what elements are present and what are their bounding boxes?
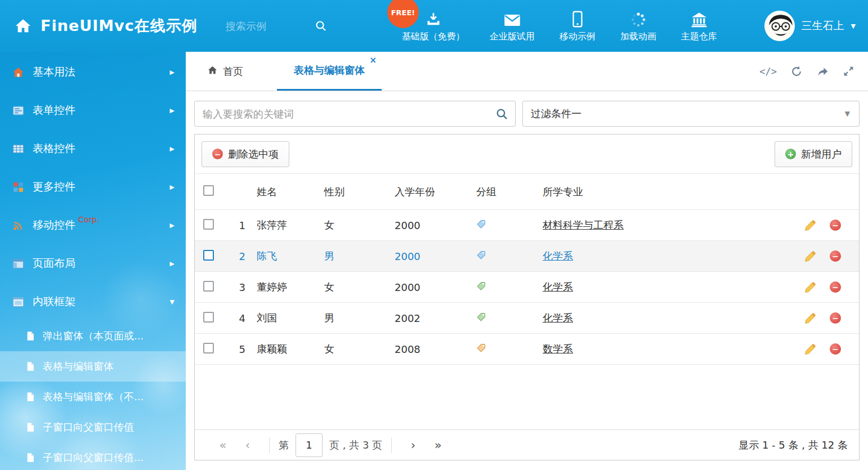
tab-grid-edit-window[interactable]: 表格与编辑窗体 × (277, 52, 382, 91)
cell-year: 2008 (388, 343, 469, 355)
table-row[interactable]: 3 董婷婷 女 2000 化学系 − (195, 272, 859, 303)
delete-icon[interactable]: − (830, 343, 841, 355)
sidebar-subitem-popup-window[interactable]: 弹出窗体（本页面或... (0, 321, 186, 351)
major-link[interactable]: 化学系 (543, 312, 573, 324)
header: FineUIMvc在线示例 FREE! 基础版（免费） 企业版试用 (0, 0, 868, 52)
expand-icon[interactable] (843, 65, 854, 77)
major-link[interactable]: 数学系 (543, 343, 573, 355)
nav-item-enterprise-trial[interactable]: 企业版试用 (490, 10, 535, 43)
sidebar-item-label: 基本用法 (33, 65, 75, 79)
nav-item-loading-animation[interactable]: 加载动画 (620, 10, 656, 43)
table-row-selected[interactable]: 2 陈飞 男 2000 化学系 − (195, 241, 859, 272)
prev-page-button[interactable]: ‹ (235, 438, 260, 452)
cell-year: 2002 (388, 312, 469, 324)
row-checkbox[interactable] (203, 312, 214, 323)
sidebar-subitem-grid-edit-window-2[interactable]: 表格与编辑窗体（不... (0, 382, 186, 412)
column-header-major[interactable]: 所学专业 (536, 185, 780, 199)
header-search-input[interactable] (226, 20, 310, 32)
cell-year: 2000 (388, 250, 469, 262)
keyword-search-box[interactable] (194, 101, 516, 127)
chevron-right-icon: ▶ (170, 222, 175, 229)
sidebar-item-grid-controls[interactable]: 表格控件 ▶ (0, 129, 186, 168)
user-menu[interactable]: 三生石上 ▼ (764, 11, 856, 41)
nav-item-theme-repo[interactable]: 主题仓库 (681, 10, 717, 43)
select-all-checkbox[interactable] (203, 185, 214, 196)
keyword-search-input[interactable] (195, 101, 515, 126)
header-search[interactable] (226, 20, 335, 32)
filter-dropdown[interactable]: 过滤条件一 ▼ (522, 101, 860, 127)
search-icon[interactable] (495, 108, 508, 123)
table-header-row: 姓名 性别 入学年份 分组 所学专业 (195, 174, 859, 210)
search-icon[interactable] (315, 20, 327, 32)
row-checkbox[interactable] (203, 343, 214, 353)
major-link[interactable]: 材料科学与工程系 (543, 219, 624, 231)
row-checkbox[interactable] (203, 281, 214, 292)
edit-icon[interactable] (804, 281, 816, 293)
username: 三生石上 (802, 19, 844, 33)
delete-selected-button[interactable]: − 删除选中项 (202, 141, 289, 167)
nav-label: 移动示例 (560, 31, 596, 43)
cell-year: 2000 (388, 281, 469, 293)
cell-name: 陈飞 (250, 249, 317, 263)
close-icon[interactable]: × (369, 56, 377, 65)
file-icon (25, 361, 36, 372)
delete-icon[interactable]: − (830, 281, 841, 293)
tab-home[interactable]: 首页 (203, 52, 248, 91)
share-icon[interactable] (816, 65, 829, 78)
delete-icon[interactable]: − (830, 220, 841, 231)
row-checkbox[interactable] (203, 219, 214, 230)
column-header-year[interactable]: 入学年份 (388, 185, 469, 199)
data-grid: 姓名 性别 入学年份 分组 所学专业 1 张萍萍 女 2000 (195, 174, 859, 365)
column-header-name[interactable]: 姓名 (250, 185, 317, 199)
refresh-icon[interactable] (790, 65, 803, 78)
sidebar-subitem-child-to-parent-2[interactable]: 子窗口向父窗口传值... (0, 442, 186, 470)
chevron-right-icon: ▶ (170, 145, 175, 153)
sidebar-subitem-child-to-parent[interactable]: 子窗口向父窗口传值 (0, 412, 186, 442)
page-label: 第 (279, 438, 289, 452)
sidebar-item-page-layout[interactable]: 页面布局 ▶ (0, 244, 186, 283)
pagination-bar: « ‹ 第 页 , 共 3 页 › » 显示 1 - 5 条 , 共 12 条 (195, 429, 859, 460)
spinner-icon (630, 10, 646, 28)
envelope-icon (504, 10, 521, 28)
cell-name: 刘国 (250, 311, 317, 325)
home-icon[interactable] (15, 17, 32, 34)
signal-icon (12, 220, 25, 231)
column-header-gender[interactable]: 性别 (317, 185, 388, 199)
sidebar-item-mobile-controls[interactable]: 移动控件 Corp. ▶ (0, 206, 186, 244)
sidebar-item-more-controls[interactable]: 更多控件 ▶ (0, 168, 186, 206)
row-checkbox[interactable] (203, 250, 214, 261)
first-page-button[interactable]: « (211, 438, 235, 452)
table-row[interactable]: 5 康颖颖 女 2008 数学系 − (195, 334, 859, 365)
sidebar-subitem-label: 子窗口向父窗口传值... (43, 451, 144, 464)
delete-icon[interactable]: − (830, 312, 841, 324)
house-icon (12, 66, 25, 78)
edit-icon[interactable] (804, 220, 816, 231)
cell-name: 康颖颖 (250, 342, 317, 356)
sidebar-item-basic-usage[interactable]: 基本用法 ▶ (0, 53, 186, 91)
sidebar-subitem-grid-edit-window[interactable]: 表格与编辑窗体 (0, 351, 186, 382)
code-icon[interactable]: </> (759, 66, 777, 77)
major-link[interactable]: 化学系 (543, 281, 573, 293)
table-row[interactable]: 4 刘国 男 2002 化学系 − (195, 303, 859, 334)
sidebar-subitem-label: 表格与编辑窗体 (43, 360, 114, 373)
edit-icon[interactable] (804, 250, 816, 262)
add-user-button[interactable]: + 新增用户 (775, 141, 852, 167)
sidebar-item-label: 表单控件 (33, 103, 75, 118)
nav-item-mobile-demo[interactable]: 移动示例 (560, 10, 596, 43)
chevron-right-icon: ▶ (170, 69, 175, 76)
nav-label: 主题仓库 (681, 31, 717, 43)
table-row[interactable]: 1 张萍萍 女 2000 材料科学与工程系 − (195, 210, 859, 241)
major-link[interactable]: 化学系 (543, 250, 573, 262)
chevron-down-icon: ▼ (845, 110, 850, 118)
page-number-input[interactable] (296, 433, 323, 457)
pager-divider (391, 437, 392, 453)
last-page-button[interactable]: » (426, 438, 450, 452)
sidebar-item-iframe[interactable]: 内联框架 ▼ (0, 283, 186, 321)
edit-icon[interactable] (804, 312, 816, 324)
edit-icon[interactable] (804, 343, 816, 355)
column-header-group[interactable]: 分组 (469, 185, 536, 199)
sidebar-item-form-controls[interactable]: 表单控件 ▶ (0, 91, 186, 129)
next-page-button[interactable]: › (401, 438, 426, 452)
delete-icon[interactable]: − (830, 250, 841, 262)
file-icon (25, 422, 36, 433)
